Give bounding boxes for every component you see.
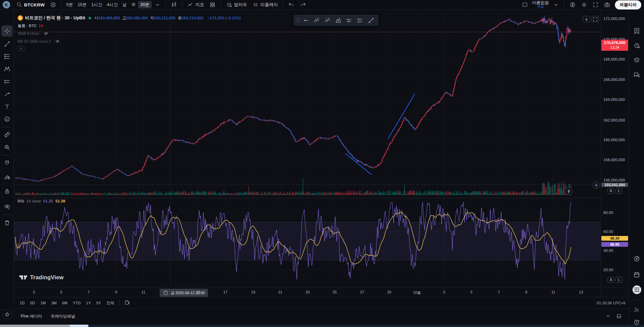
indicator-templates-button[interactable] — [207, 1, 218, 9]
zoom-in-tool-button[interactable] — [1, 141, 13, 153]
trend-line-tool-button[interactable] — [1, 38, 13, 49]
indicator-sma-label[interactable]: SMA 9 close — [18, 31, 39, 36]
timeframe-dropdown[interactable] — [152, 1, 163, 9]
rsi-legend[interactable]: RSI 14 close 51.35 51.38 — [18, 199, 65, 203]
auto-scale-button[interactable]: A — [607, 188, 614, 194]
range-toolbar: 1D5D1M3M6MYTD1Y5Y전체 01:16:36 UTC+9 — [14, 297, 629, 308]
chart-settings-button[interactable] — [578, 1, 590, 9]
timeframe-주[interactable]: 주 — [129, 1, 138, 8]
add-alert-plus-button[interactable] — [593, 181, 600, 189]
hide-drawings-tool-button[interactable] — [1, 201, 13, 212]
watchlist-button[interactable] — [632, 26, 642, 36]
chart-canvas[interactable] — [14, 10, 601, 287]
elliott-impulse-wave-icon: 15 — [314, 17, 320, 24]
compare-add-button[interactable] — [47, 1, 59, 9]
horizontal-ray-button[interactable] — [301, 16, 311, 25]
text-tool-tool-button[interactable] — [1, 101, 13, 112]
range-YTD-button[interactable]: YTD — [70, 300, 83, 306]
range-5D-button[interactable]: 5D — [28, 300, 38, 306]
range-5Y-button[interactable]: 5Y — [94, 300, 103, 306]
time-axis[interactable]: 금 2025-09-12 22:00 357911151719212325272… — [14, 287, 601, 297]
bitcoin-icon: B — [18, 15, 23, 21]
tab-trading-panel[interactable]: 트레이딩패널 — [51, 313, 75, 319]
tab-pine-editor[interactable]: Pine 에디터 — [21, 313, 42, 319]
ruler-tool-button[interactable] — [1, 129, 13, 140]
eye-off-icon[interactable] — [55, 39, 60, 44]
range-1D-button[interactable]: 1D — [17, 300, 27, 306]
brush-tool-button[interactable] — [1, 88, 13, 100]
xabcd-pattern-tool-button[interactable] — [1, 63, 13, 74]
calendar-button[interactable] — [632, 270, 642, 280]
price-axis[interactable]: 170,678,000 13:24 172,000,000170,000,000… — [601, 10, 629, 287]
indicator-bb-label[interactable]: BB 20 SMA close 2 — [18, 39, 51, 43]
eye-off-icon[interactable] — [43, 31, 49, 36]
layout-select-button[interactable] — [519, 1, 531, 9]
position-tool-tool-button[interactable] — [1, 76, 13, 87]
expand-panel-icon[interactable] — [616, 313, 622, 319]
range-전체-button[interactable]: 전체 — [104, 300, 117, 307]
lock-drawings-tool-button[interactable] — [1, 186, 13, 197]
chat-button[interactable] — [632, 70, 642, 80]
object-tree-button[interactable] — [632, 55, 642, 65]
range-1M-button[interactable]: 1M — [38, 300, 48, 306]
legend-collapse-button[interactable] — [18, 46, 24, 51]
replay-button[interactable]: 리플레이 — [250, 1, 281, 9]
flat-channel-button[interactable] — [355, 16, 365, 25]
auto-scale-button[interactable]: A — [607, 277, 614, 283]
save-label[interactable]: 저장 — [537, 5, 544, 8]
elliott-impulse-wave-button[interactable]: 15 — [312, 16, 322, 25]
quick-trade-button[interactable] — [565, 187, 573, 195]
elliott-correction-wave-button[interactable]: AC — [323, 16, 333, 25]
snapshot-button[interactable] — [601, 1, 613, 9]
timeframe-30분[interactable]: 30분 — [138, 1, 152, 8]
quick-search-button[interactable] — [567, 1, 578, 9]
timeframe-5분[interactable]: 5분 — [64, 1, 75, 8]
fib-retracement-tool-button[interactable] — [1, 51, 13, 62]
chevron-up-icon[interactable] — [605, 313, 611, 319]
crosshair-tool-button[interactable] — [1, 25, 13, 37]
emoji-tool-button[interactable] — [1, 113, 13, 125]
indicators-button[interactable]: 지표 — [185, 1, 207, 9]
alert-button[interactable]: 얼러트 — [223, 1, 250, 9]
parallel-channel-button[interactable] — [344, 16, 354, 25]
trend-line-mini-button[interactable] — [366, 16, 376, 25]
timeframe-15분[interactable]: 15분 — [75, 1, 89, 8]
timeframe-날[interactable]: 날 — [120, 1, 129, 8]
layout-name-block[interactable]: 이름없음 저장 — [531, 1, 550, 8]
xabcd-mini-button[interactable] — [333, 16, 343, 25]
pane-collapse-button[interactable] — [583, 16, 590, 22]
chart-style-button[interactable] — [168, 1, 180, 9]
svg-text:A: A — [326, 17, 327, 19]
fullscreen-button[interactable] — [590, 1, 601, 9]
toolbar-separator — [119, 300, 119, 306]
log-scale-button[interactable]: L — [616, 277, 622, 283]
clock-timezone[interactable]: 01:16:36 UTC+9 — [597, 301, 625, 305]
volume-label[interactable]: 볼륨 · BTC — [18, 23, 37, 28]
stay-drawing-mode-tool-button[interactable] — [1, 171, 13, 182]
pane-maximize-button[interactable] — [592, 16, 599, 22]
favorite-drawings-button[interactable] — [2, 310, 12, 319]
range-1Y-button[interactable]: 1Y — [84, 300, 93, 306]
range-6M-button[interactable]: 6M — [60, 300, 70, 306]
timeframe-4시간[interactable]: 4시간 — [105, 1, 120, 8]
right-sidebar — [629, 10, 644, 327]
tradingview-watermark[interactable]: TradingView — [19, 273, 64, 282]
magnet-tool-button[interactable] — [1, 157, 13, 169]
redo-button[interactable] — [297, 1, 309, 9]
log-scale-button[interactable]: L — [616, 188, 622, 194]
alert-clock-button[interactable] — [632, 41, 642, 50]
drag-handle[interactable] — [296, 17, 300, 24]
user-avatar[interactable]: K — [3, 1, 10, 8]
timeframe-1시간[interactable]: 1시간 — [89, 1, 105, 8]
hotlist-radar-button[interactable] — [632, 254, 642, 264]
remove-drawings-tool-button[interactable] — [1, 217, 13, 228]
goto-date-button[interactable] — [122, 299, 133, 307]
broadcast-button[interactable] — [632, 305, 642, 314]
publish-button[interactable]: 퍼블리쉬 — [615, 0, 641, 9]
symbol-search-button[interactable]: BTCKRW — [14, 1, 47, 9]
apps-grid-button[interactable] — [632, 285, 642, 295]
layout-dropdown[interactable] — [550, 1, 562, 9]
undo-button[interactable] — [286, 1, 297, 9]
symbol-title[interactable]: 비트코인 / 한국 원 · 30 · UpBit — [25, 15, 85, 21]
range-3M-button[interactable]: 3M — [49, 300, 59, 306]
